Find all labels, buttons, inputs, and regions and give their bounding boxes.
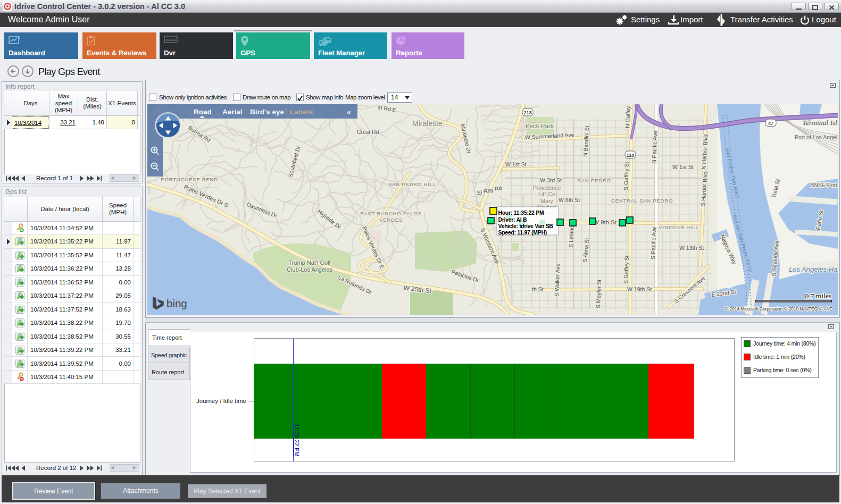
svg-text:S Leland: S Leland <box>568 225 574 248</box>
svg-text:Crest Rd: Crest Rd <box>357 129 379 135</box>
svg-text:Trump Nat'l Golf: Trump Nat'l Golf <box>288 259 331 266</box>
svg-text:© 2014 Microsoft Corporation: © 2014 Microsoft Corporation <box>725 306 782 312</box>
svg-text:W 3rd St: W 3rd St <box>540 177 562 183</box>
svg-text:Peck Park: Peck Park <box>526 123 554 129</box>
svg-text:«: « <box>347 108 351 116</box>
svg-text:Club-Los Angelas: Club-Los Angelas <box>287 266 333 273</box>
svg-text:W 1st St: W 1st St <box>505 161 527 167</box>
svg-text:Port of Los Angel: Port of Los Angel <box>795 134 837 140</box>
svg-text:BNSF-Port: BNSF-Port <box>810 182 837 188</box>
svg-text:Road: Road <box>194 108 212 116</box>
svg-text:Driver: Al B: Driver: Al B <box>498 217 528 223</box>
svg-text:W 13th St: W 13th St <box>679 245 704 251</box>
svg-text:Mary: Mary <box>540 198 553 204</box>
svg-text:MERGE: MERGE <box>166 38 177 41</box>
svg-text:CENTRAL SAN PEDRO: CENTRAL SAN PEDRO <box>611 198 673 204</box>
svg-text:S Meyler St: S Meyler St <box>595 279 602 308</box>
svg-text:Bird's eye: Bird's eye <box>250 108 284 116</box>
svg-text:VERDES: VERDES <box>379 217 403 223</box>
svg-text:213: 213 <box>523 110 531 115</box>
svg-text:© 2010 NAVTEQ: © 2010 NAVTEQ <box>784 306 818 312</box>
svg-text:0.7 miles: 0.7 miles <box>805 292 832 300</box>
svg-text:110: 110 <box>627 153 635 158</box>
svg-text:SAN PEDRO: SAN PEDRO <box>577 178 611 183</box>
svg-text:© AND: © AND <box>819 306 833 312</box>
svg-text:Aerial: Aerial <box>222 108 243 116</box>
svg-text:W 9th St: W 9th St <box>593 219 617 225</box>
svg-text:SAN PEDRO HILL: SAN PEDRO HILL <box>388 181 436 187</box>
svg-text:S Walker Ave: S Walker Ave <box>553 263 561 297</box>
svg-text:Speed: 11.97 (MPH): Speed: 11.97 (MPH) <box>498 230 547 236</box>
svg-text:N Pacific Ave: N Pacific Ave <box>651 131 658 164</box>
svg-text:Hour: 11:35:22 PM: Hour: 11:35:22 PM <box>498 210 544 216</box>
svg-text:W 19th St: W 19th St <box>627 286 652 292</box>
svg-text:Lit'l Co: Lit'l Co <box>538 191 555 197</box>
svg-text:S Gaffey St: S Gaffey St <box>622 255 630 284</box>
svg-text:PORTUGUESE BEND: PORTUGUESE BEND <box>161 177 218 182</box>
svg-text:bing: bing <box>166 297 187 309</box>
svg-text:Labels: Labels <box>290 108 313 116</box>
svg-text:EAST RANCHO PALOS: EAST RANCHO PALOS <box>360 211 422 216</box>
svg-text:N Gaffey Pl: N Gaffey Pl <box>624 104 631 128</box>
svg-text:S Pacific Ave: S Pacific Ave <box>650 226 657 259</box>
svg-text:VINEGAR HILL: VINEGAR HILL <box>659 224 698 230</box>
svg-text:S Gaffey St: S Gaffey St <box>622 162 630 190</box>
svg-text:Vehicle: idrive Van SB: Vehicle: idrive Van SB <box>498 223 554 229</box>
svg-text:Los Angeles Harb: Los Angeles Harb <box>789 265 838 273</box>
svg-text:W 1st St: W 1st St <box>672 164 694 170</box>
svg-text:Providence: Providence <box>533 184 561 191</box>
svg-text:th St: th St <box>532 286 544 292</box>
svg-text:W 6th St: W 6th St <box>559 197 580 203</box>
svg-text:47: 47 <box>768 121 773 126</box>
svg-text:Terminal Isl: Terminal Isl <box>803 119 837 127</box>
svg-text:Miraleste: Miraleste <box>412 119 443 128</box>
